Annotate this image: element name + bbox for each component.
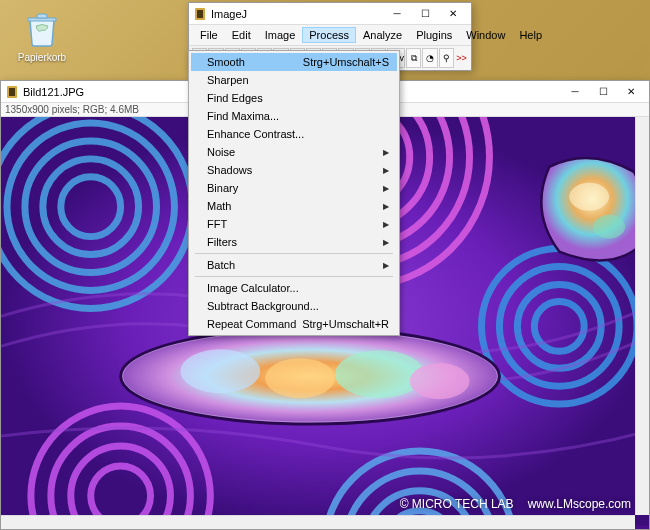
submenu-arrow-icon: ▶ [383,220,389,229]
menu-help[interactable]: Help [512,27,549,43]
menu-item-filters[interactable]: Filters▶ [191,233,397,251]
menu-item-binary[interactable]: Binary▶ [191,179,397,197]
maximize-button[interactable]: ☐ [589,82,617,102]
submenu-arrow-icon: ▶ [383,148,389,157]
submenu-arrow-icon: ▶ [383,238,389,247]
submenu-arrow-icon: ▶ [383,202,389,211]
minimize-button[interactable]: ─ [561,82,589,102]
menu-item-enhance-contrast[interactable]: Enhance Contrast... [191,125,397,143]
recycle-bin-icon [22,8,62,48]
minimize-button[interactable]: ─ [383,4,411,24]
svg-point-31 [265,358,335,398]
process-menu-dropdown: SmoothStrg+Umschalt+SSharpenFind EdgesFi… [188,50,400,336]
menu-item-math[interactable]: Math▶ [191,197,397,215]
menu-item-label: Find Maxima... [207,110,279,122]
submenu-arrow-icon: ▶ [383,184,389,193]
menu-item-sharpen[interactable]: Sharpen [191,71,397,89]
menu-file[interactable]: File [193,27,225,43]
menu-window[interactable]: Window [459,27,512,43]
imagej-menubar: FileEditImageProcessAnalyzePluginsWindow… [189,25,471,46]
vertical-scrollbar[interactable] [635,117,649,515]
menu-item-label: Enhance Contrast... [207,128,304,140]
menu-item-shortcut: Strg+Umschalt+S [303,56,389,68]
menu-item-shadows[interactable]: Shadows▶ [191,161,397,179]
tool-more[interactable]: >> [455,48,468,68]
menu-item-label: Image Calculator... [207,282,299,294]
menu-item-batch[interactable]: Batch▶ [191,256,397,274]
svg-point-34 [569,183,609,211]
menu-plugins[interactable]: Plugins [409,27,459,43]
tool-button[interactable]: ◔ [422,48,437,68]
menu-item-label: Filters [207,236,237,248]
submenu-arrow-icon: ▶ [383,166,389,175]
menu-item-label: Noise [207,146,235,158]
imagej-app-icon [193,7,207,21]
menu-item-label: FFT [207,218,227,230]
tool-button[interactable]: ⚲ [439,48,454,68]
watermark: © MICRO TECH LAB www.LMscope.com [400,497,631,511]
recycle-bin[interactable]: Papierkorb [12,8,72,63]
menu-item-shortcut: Strg+Umschalt+R [302,318,389,330]
menu-item-label: Binary [207,182,238,194]
menu-analyze[interactable]: Analyze [356,27,409,43]
imagej-title: ImageJ [211,8,383,20]
menu-item-label: Batch [207,259,235,271]
menu-item-label: Shadows [207,164,252,176]
submenu-arrow-icon: ▶ [383,261,389,270]
menu-item-label: Sharpen [207,74,249,86]
menu-item-fft[interactable]: FFT▶ [191,215,397,233]
svg-point-32 [335,350,425,398]
menu-item-label: Find Edges [207,92,263,104]
svg-point-33 [410,363,470,399]
menu-item-find-maxima[interactable]: Find Maxima... [191,107,397,125]
imagej-app-icon [5,85,19,99]
menu-item-label: Repeat Command [207,318,296,330]
watermark-copyright: © MICRO TECH LAB [400,497,514,511]
menu-item-label: Subtract Background... [207,300,319,312]
close-button[interactable]: ✕ [617,82,645,102]
menu-item-smooth[interactable]: SmoothStrg+Umschalt+S [191,53,397,71]
menu-process[interactable]: Process [302,27,356,43]
menu-item-find-edges[interactable]: Find Edges [191,89,397,107]
svg-rect-3 [9,88,15,96]
horizontal-scrollbar[interactable] [1,515,635,529]
menu-separator [195,276,393,277]
svg-point-35 [593,215,625,239]
watermark-url: www.LMscope.com [528,497,631,511]
recycle-bin-label: Papierkorb [12,52,72,63]
menu-item-repeat-command[interactable]: Repeat CommandStrg+Umschalt+R [191,315,397,333]
imagej-titlebar[interactable]: ImageJ ─ ☐ ✕ [189,3,471,25]
menu-edit[interactable]: Edit [225,27,258,43]
menu-image[interactable]: Image [258,27,303,43]
tool-button[interactable]: ⧉ [406,48,421,68]
close-button[interactable]: ✕ [439,4,467,24]
maximize-button[interactable]: ☐ [411,4,439,24]
menu-item-label: Math [207,200,231,212]
svg-point-30 [180,349,260,393]
menu-item-subtract-background[interactable]: Subtract Background... [191,297,397,315]
svg-rect-1 [197,10,203,18]
menu-item-label: Smooth [207,56,245,68]
menu-separator [195,253,393,254]
menu-item-noise[interactable]: Noise▶ [191,143,397,161]
menu-item-image-calculator[interactable]: Image Calculator... [191,279,397,297]
